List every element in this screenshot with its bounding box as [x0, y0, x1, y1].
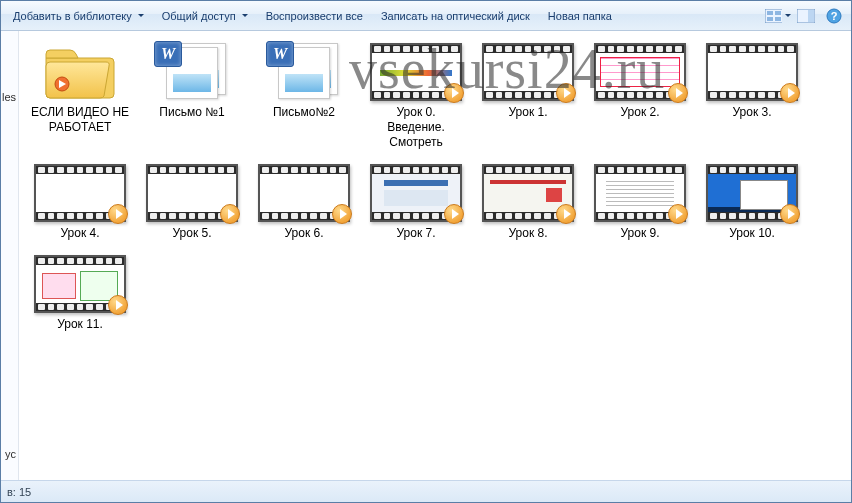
- video-item[interactable]: Урок 3.: [699, 41, 805, 150]
- new-folder-label: Новая папка: [548, 10, 612, 22]
- add-to-library-button[interactable]: Добавить в библиотеку: [5, 6, 152, 26]
- play-icon: [556, 83, 576, 103]
- preview-pane-button[interactable]: [793, 5, 819, 27]
- nav-pane-fragment: les ус: [1, 31, 19, 480]
- video-thumbnail: [706, 162, 798, 224]
- svg-rect-1: [767, 11, 773, 15]
- video-thumbnail: [594, 162, 686, 224]
- status-bar: в: 15: [1, 480, 851, 502]
- item-label: Письмо №1: [159, 105, 224, 120]
- burn-disc-button[interactable]: Записать на оптический диск: [373, 6, 538, 26]
- play-icon: [556, 204, 576, 224]
- video-thumbnail: [482, 162, 574, 224]
- video-thumbnail: [482, 41, 574, 103]
- video-thumbnail: [34, 162, 126, 224]
- play-icon: [780, 83, 800, 103]
- play-icon: [108, 204, 128, 224]
- word-badge-icon: W: [154, 41, 182, 67]
- view-icon: [765, 9, 782, 23]
- share-button[interactable]: Общий доступ: [154, 6, 256, 26]
- folder-item[interactable]: ЕСЛИ ВИДЕО НЕ РАБОТАЕТ: [27, 41, 133, 150]
- item-label: Урок 5.: [172, 226, 211, 241]
- document-item[interactable]: WПисьмо№2: [251, 41, 357, 150]
- video-item[interactable]: Урок 5.: [139, 162, 245, 241]
- video-item[interactable]: Урок 10.: [699, 162, 805, 241]
- svg-rect-2: [775, 11, 781, 15]
- svg-rect-3: [767, 17, 773, 21]
- item-label: Урок 1.: [508, 105, 547, 120]
- play-icon: [108, 295, 128, 315]
- share-label: Общий доступ: [162, 10, 236, 22]
- status-count: в: 15: [7, 486, 31, 498]
- play-icon: [780, 204, 800, 224]
- play-icon: [332, 204, 352, 224]
- file-list[interactable]: ЕСЛИ ВИДЕО НЕ РАБОТАЕТWПисьмо №1WПисьмо№…: [19, 31, 851, 480]
- video-item[interactable]: Урок 0. Введение. Смотреть: [363, 41, 469, 150]
- svg-rect-6: [808, 10, 814, 22]
- folder-icon: [34, 41, 126, 103]
- video-item[interactable]: Урок 8.: [475, 162, 581, 241]
- video-item[interactable]: Урок 9.: [587, 162, 693, 241]
- item-label: Урок 3.: [732, 105, 771, 120]
- sidebar-text-frag: ус: [1, 448, 18, 460]
- preview-pane-icon: [797, 9, 815, 23]
- new-folder-button[interactable]: Новая папка: [540, 6, 620, 26]
- video-item[interactable]: Урок 1.: [475, 41, 581, 150]
- chevron-down-icon: [785, 14, 791, 17]
- play-all-button[interactable]: Воспроизвести все: [258, 6, 371, 26]
- add-to-library-label: Добавить в библиотеку: [13, 10, 132, 22]
- video-item[interactable]: Урок 4.: [27, 162, 133, 241]
- help-button[interactable]: ?: [821, 5, 847, 27]
- video-item[interactable]: Урок 7.: [363, 162, 469, 241]
- video-item[interactable]: Урок 6.: [251, 162, 357, 241]
- change-view-button[interactable]: [765, 5, 791, 27]
- main-area: les ус ЕСЛИ ВИДЕО НЕ РАБОТАЕТWПисьмо №1W…: [1, 31, 851, 480]
- svg-rect-4: [775, 17, 781, 21]
- play-icon: [220, 204, 240, 224]
- item-label: Урок 11.: [57, 317, 103, 332]
- item-label: Урок 7.: [396, 226, 435, 241]
- video-thumbnail: [706, 41, 798, 103]
- item-label: Урок 9.: [620, 226, 659, 241]
- item-label: Урок 8.: [508, 226, 547, 241]
- item-label: Урок 10.: [729, 226, 775, 241]
- chevron-down-icon: [242, 14, 248, 17]
- video-item[interactable]: Урок 2.: [587, 41, 693, 150]
- svg-text:?: ?: [831, 10, 838, 22]
- toolbar: Добавить в библиотеку Общий доступ Воспр…: [1, 1, 851, 31]
- item-label: ЕСЛИ ВИДЕО НЕ РАБОТАЕТ: [30, 105, 130, 135]
- document-item[interactable]: WПисьмо №1: [139, 41, 245, 150]
- play-icon: [444, 83, 464, 103]
- item-label: Урок 2.: [620, 105, 659, 120]
- sidebar-text-frag: les: [1, 91, 18, 103]
- play-all-label: Воспроизвести все: [266, 10, 363, 22]
- item-label: Урок 6.: [284, 226, 323, 241]
- video-thumbnail: [34, 253, 126, 315]
- help-icon: ?: [826, 8, 842, 24]
- play-icon: [444, 204, 464, 224]
- video-item[interactable]: Урок 11.: [27, 253, 133, 332]
- word-document-icon: W: [146, 41, 238, 103]
- word-badge-icon: W: [266, 41, 294, 67]
- item-label: Урок 4.: [60, 226, 99, 241]
- video-thumbnail: [370, 162, 462, 224]
- item-label: Урок 0. Введение. Смотреть: [366, 105, 466, 150]
- play-icon: [668, 204, 688, 224]
- video-thumbnail: [370, 41, 462, 103]
- item-label: Письмо№2: [273, 105, 335, 120]
- chevron-down-icon: [138, 14, 144, 17]
- video-thumbnail: [594, 41, 686, 103]
- play-icon: [668, 83, 688, 103]
- video-thumbnail: [146, 162, 238, 224]
- burn-label: Записать на оптический диск: [381, 10, 530, 22]
- video-thumbnail: [258, 162, 350, 224]
- word-document-icon: W: [258, 41, 350, 103]
